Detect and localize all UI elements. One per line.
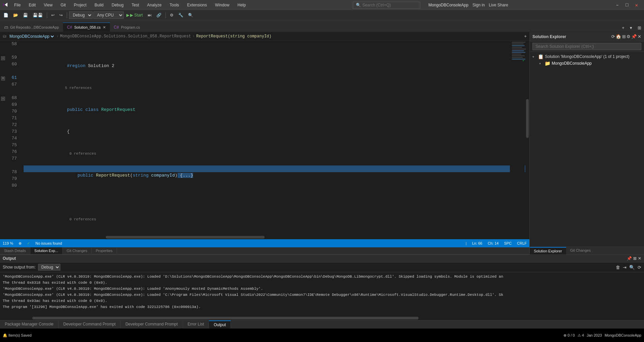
vertical-scrollbar[interactable] — [525, 41, 529, 235]
output-wrap-btn[interactable]: ⇥ — [623, 265, 626, 270]
output-tab[interactable]: Output — [209, 320, 231, 329]
new-project-btn[interactable]: 📄 — [1, 12, 10, 18]
program-cs-tab[interactable]: C# Program.cs — [110, 23, 144, 32]
menu-git[interactable]: Git — [58, 1, 68, 9]
toolbar-btn-extra2[interactable]: 🔧 — [176, 12, 185, 18]
solution-explorer-tab[interactable]: Solution Exp... — [30, 247, 63, 254]
tree-solution[interactable]: ▾ 📋 Solution 'MongoDBConsoleApp' (1 of 1… — [530, 53, 644, 60]
open-btn[interactable]: 📂 — [11, 12, 20, 18]
horizontal-scrollbar[interactable] — [0, 235, 529, 239]
toolbar-btn-extra1[interactable]: ⚙ — [168, 12, 176, 18]
menu-analyze[interactable]: Analyze — [145, 1, 164, 9]
output-h-thumb[interactable] — [32, 317, 419, 319]
ref-line-0refs-2[interactable]: 0 references — [24, 209, 525, 216]
redo-btn[interactable]: ↪ — [57, 12, 65, 18]
tree-project[interactable]: ▾ 📁 MongoDBConsoleApp — [530, 60, 644, 67]
menu-edit[interactable]: Edit — [26, 1, 38, 9]
global-search-box[interactable]: 🔍 — [353, 2, 420, 9]
breadcrumb-member[interactable]: ReportRequest(string companyId) — [196, 34, 271, 39]
menu-view[interactable]: View — [41, 1, 55, 9]
tab-bar: 🗃 Git Reposito...DBConsoleApp C# Solutio… — [0, 20, 644, 32]
ref-line-5refs[interactable]: 5 references — [24, 78, 525, 85]
new-tab-btn[interactable]: + — [619, 24, 627, 32]
se-close-btn[interactable]: ✕ — [638, 34, 641, 39]
error-list-tab[interactable]: Error List — [183, 320, 209, 329]
git-changes-tab[interactable]: Git Changes — [63, 247, 92, 254]
properties-tab[interactable]: Properties — [92, 247, 117, 254]
se-settings-btn[interactable]: ⚙ — [626, 34, 631, 39]
close-button[interactable]: ✕ — [632, 2, 641, 8]
menu-tools[interactable]: Tools — [167, 1, 182, 9]
fold-btn-61[interactable]: + — [1, 76, 5, 81]
undo-btn[interactable]: ↩ — [49, 12, 57, 18]
step-over-btn[interactable]: ⏭ — [146, 12, 154, 18]
output-pin-btn[interactable]: 📌 — [627, 256, 632, 261]
menu-test[interactable]: Test — [129, 1, 142, 9]
encoding-label[interactable]: SPC — [504, 241, 512, 245]
menu-debug[interactable]: Debug — [109, 1, 126, 9]
save-btn[interactable]: 💾 — [21, 12, 30, 18]
h-scroll-thumb[interactable] — [106, 236, 265, 239]
column-position[interactable]: Ch: 14 — [488, 241, 498, 245]
menu-extensions[interactable]: Extensions — [184, 1, 210, 9]
cpu-dropdown[interactable]: Any CPU — [93, 11, 124, 19]
output-source-select[interactable]: Debug — [38, 264, 60, 271]
breadcrumb-expand-btn[interactable]: + — [524, 34, 527, 39]
dev-cmd-tab-1[interactable]: Developer Command Prompt — [59, 320, 121, 329]
live-share-btn[interactable]: Live Share — [489, 3, 508, 7]
se-search-input[interactable] — [532, 43, 641, 50]
start-btn[interactable]: ▶ ▶ Start — [124, 12, 145, 18]
split-editor-btn[interactable]: ⊞ — [635, 24, 644, 32]
current-project-label: MongoDBConsoleApp — [428, 3, 468, 7]
se-search — [530, 41, 644, 52]
menu-window[interactable]: Window — [212, 1, 232, 9]
fold-btn-59[interactable]: - — [1, 56, 5, 60]
debug-mode-dropdown[interactable]: Debug — [69, 11, 93, 19]
tab-close-icon[interactable]: ✕ — [103, 25, 106, 30]
menu-project[interactable]: Project — [71, 1, 89, 9]
se-home-btn[interactable]: 🏠 — [616, 34, 621, 39]
output-close-btn[interactable]: ✕ — [638, 256, 641, 261]
se-tab-git[interactable]: Git Changes — [566, 247, 595, 254]
code-line-68: public ReportRequest(Guid id, string com… — [24, 231, 525, 235]
global-search-input[interactable] — [362, 3, 416, 7]
zoom-level[interactable]: 119 % — [3, 241, 13, 245]
maximize-button[interactable]: □ — [622, 2, 632, 8]
stash-details-tab[interactable]: Stash Details — [0, 247, 30, 254]
breadcrumb-project-select[interactable]: MongoDBConsoleApp — [8, 34, 55, 39]
output-clear-btn[interactable]: 🗑 — [616, 265, 620, 270]
se-filter-btn[interactable]: ⊞ — [622, 34, 626, 39]
se-pin-btn[interactable]: 📌 — [631, 34, 637, 39]
attach-btn[interactable]: 🔗 — [154, 12, 163, 18]
menu-build[interactable]: Build — [92, 1, 106, 9]
code-editor[interactable]: #region Solution 2 5 references public c… — [21, 41, 525, 235]
output-float-btn[interactable]: ⊠ — [633, 256, 637, 261]
code-line-58: #region Solution 2 — [24, 56, 525, 63]
sign-in-btn[interactable]: Sign in — [472, 3, 485, 7]
code-line-59: public class ReportRequest — [24, 100, 525, 106]
tab-overflow-btn[interactable]: ▾ — [627, 24, 635, 32]
output-horiz-scroll[interactable] — [0, 316, 644, 320]
se-sync-btn[interactable]: ⟳ — [611, 34, 615, 39]
toolbar-btn-extra3[interactable]: 🔍 — [186, 12, 195, 18]
dev-cmd-tab-2[interactable]: Developer Command Prompt — [121, 320, 183, 329]
minimize-button[interactable]: – — [613, 2, 622, 8]
solution-cs-tab[interactable]: C# Solution_058.cs ✕ — [63, 23, 110, 32]
save-all-btn[interactable]: 💾💾 — [31, 12, 45, 18]
project-label: MongoDBConsoleApp — [552, 61, 592, 66]
ref-line-0refs-1[interactable]: 0 references — [24, 144, 525, 150]
menu-file[interactable]: File — [11, 1, 23, 9]
line-ending-label[interactable]: CRLF — [517, 241, 527, 245]
git-repos-tab[interactable]: 🗃 Git Reposito...DBConsoleApp — [0, 23, 63, 32]
output-text[interactable]: 'MongoDBConsoleApp.exe' (CLR v4.0.30319:… — [0, 272, 644, 316]
output-find-btn[interactable]: 🔍 — [629, 265, 635, 270]
cursor-position[interactable]: Ln: 66 — [472, 241, 483, 245]
fold-btn-68[interactable]: - — [1, 97, 5, 101]
output-sync-btn[interactable]: ⟳ — [638, 265, 641, 270]
output-line-4: 'MongoDBConsoleApp.exe' (CLR v4.0.30319:… — [3, 292, 641, 298]
se-tab-solution[interactable]: Solution Explorer — [530, 247, 566, 254]
breadcrumb-namespace[interactable]: MongoDBConsoleApp.Solutions.Solution_058… — [60, 34, 191, 39]
scroll-thumb[interactable] — [526, 99, 529, 138]
pkg-mgr-tab[interactable]: Package Manager Console — [0, 320, 59, 329]
menu-help[interactable]: Help — [235, 1, 249, 9]
